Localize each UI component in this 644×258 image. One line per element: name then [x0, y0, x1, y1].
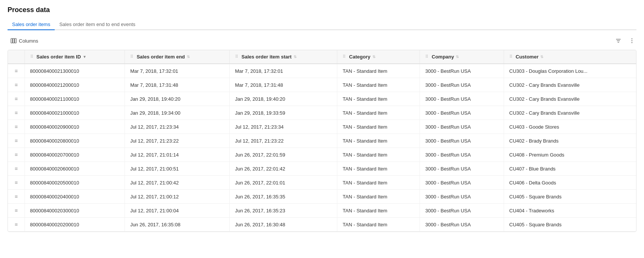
sales-order-item-end-cell: Mar 7, 2018, 17:32:01: [125, 64, 230, 78]
row-menu-cell: ≡: [8, 92, 25, 106]
page-title: Process data: [8, 6, 636, 14]
category-cell: TAN - Standard Item: [337, 148, 420, 162]
table-row: ≡800008400020600010Jul 12, 2017, 21:00:5…: [8, 162, 636, 176]
sales-order-item-id-cell: 800008400020400010: [25, 190, 125, 204]
svg-rect-2: [15, 38, 16, 43]
row-menu-cell: ≡: [8, 162, 25, 176]
col-header-company[interactable]: ⠿ Company ⇅: [420, 50, 504, 64]
row-menu-icon[interactable]: ≡: [15, 194, 18, 200]
row-menu-icon[interactable]: ≡: [15, 96, 18, 102]
columns-button[interactable]: Columns: [8, 36, 41, 45]
row-menu-cell: ≡: [8, 134, 25, 148]
customer-cell: CU407 - Blue Brands: [504, 162, 636, 176]
sales-order-item-start-cell: Jul 12, 2017, 21:23:22: [229, 134, 337, 148]
sales-order-item-start-cell: Jun 26, 2017, 16:30:48: [229, 218, 337, 232]
sales-order-item-end-cell: Jul 12, 2017, 21:00:12: [125, 190, 230, 204]
sales-order-item-id-cell: 800008400020300010: [25, 204, 125, 218]
company-cell: 3000 - BestRun USA: [420, 134, 504, 148]
row-menu-icon[interactable]: ≡: [15, 166, 18, 172]
row-menu-icon[interactable]: ≡: [15, 207, 18, 213]
company-cell: 3000 - BestRun USA: [420, 120, 504, 134]
sales-order-item-end-cell: Jul 12, 2017, 21:00:51: [125, 162, 230, 176]
sales-order-item-start-cell: Jun 26, 2017, 16:35:23: [229, 204, 337, 218]
category-cell: TAN - Standard Item: [337, 176, 420, 190]
row-menu-icon[interactable]: ≡: [15, 68, 18, 74]
sales-order-item-start-cell: Jun 26, 2017, 22:01:01: [229, 176, 337, 190]
filter-button[interactable]: [614, 36, 623, 45]
row-menu-icon[interactable]: ≡: [15, 82, 18, 88]
category-cell: TAN - Standard Item: [337, 106, 420, 120]
customer-cell: CU303 - Douglas Corporation Lou...: [504, 64, 636, 78]
company-cell: 3000 - BestRun USA: [420, 204, 504, 218]
category-cell: TAN - Standard Item: [337, 134, 420, 148]
category-cell: TAN - Standard Item: [337, 78, 420, 92]
row-menu-icon[interactable]: ≡: [15, 152, 18, 158]
drag-handle-customer: ⠿: [509, 54, 512, 59]
company-cell: 3000 - BestRun USA: [420, 64, 504, 78]
table-row: ≡800008400021300010Mar 7, 2018, 17:32:01…: [8, 64, 636, 78]
sort-icon-company: ⇅: [456, 55, 459, 59]
company-cell: 3000 - BestRun USA: [420, 106, 504, 120]
col-header-category[interactable]: ⠿ Category ⇅: [337, 50, 420, 64]
svg-point-6: [632, 38, 632, 39]
customer-cell: CU405 - Square Brands: [504, 218, 636, 232]
svg-point-7: [632, 40, 632, 41]
sales-order-item-end-cell: Jul 12, 2017, 21:01:14: [125, 148, 230, 162]
drag-handle-category: ⠿: [343, 54, 346, 59]
sales-order-item-id-cell: 800008400020200010: [25, 218, 125, 232]
customer-cell: CU404 - Tradeworks: [504, 204, 636, 218]
col-header-sales-order-item-end[interactable]: ⠿ Sales order item end ⇅: [125, 50, 230, 64]
sales-order-item-end-cell: Jan 29, 2018, 19:34:00: [125, 106, 230, 120]
sales-order-item-end-cell: Jun 26, 2017, 16:35:08: [125, 218, 230, 232]
row-menu-cell: ≡: [8, 204, 25, 218]
category-cell: TAN - Standard Item: [337, 64, 420, 78]
row-menu-cell: ≡: [8, 64, 25, 78]
sales-order-item-start-cell: Jun 26, 2017, 22:01:42: [229, 162, 337, 176]
row-menu-cell: ≡: [8, 190, 25, 204]
columns-label: Columns: [19, 38, 38, 44]
row-menu-icon[interactable]: ≡: [15, 221, 18, 227]
tab-sales-order-items[interactable]: Sales order items: [8, 19, 55, 30]
data-table: ⠿ Sales order item ID ▼ ⠿ Sales order it…: [8, 50, 636, 232]
sales-order-item-start-cell: Mar 7, 2018, 17:32:01: [229, 64, 337, 78]
category-cell: TAN - Standard Item: [337, 204, 420, 218]
row-menu-cell: ≡: [8, 120, 25, 134]
sort-icon-start: ⇅: [294, 55, 297, 59]
sort-icon-customer: ⇅: [540, 55, 543, 59]
customer-cell: CU403 - Goode Stores: [504, 120, 636, 134]
company-cell: 3000 - BestRun USA: [420, 190, 504, 204]
tab-sales-order-item-end-to-end[interactable]: Sales order item end to end events: [55, 19, 140, 30]
row-menu-icon[interactable]: ≡: [15, 110, 18, 116]
company-cell: 3000 - BestRun USA: [420, 92, 504, 106]
col-header-sales-order-item-id[interactable]: ⠿ Sales order item ID ▼: [25, 50, 125, 64]
more-options-button[interactable]: [627, 36, 636, 45]
sort-icon-end: ⇅: [187, 55, 190, 59]
row-menu-cell: ≡: [8, 218, 25, 232]
table-row: ≡800008400020900010Jul 12, 2017, 21:23:3…: [8, 120, 636, 134]
customer-cell: CU406 - Delta Goods: [504, 176, 636, 190]
row-menu-icon[interactable]: ≡: [15, 138, 18, 144]
table-row: ≡800008400020700010Jul 12, 2017, 21:01:1…: [8, 148, 636, 162]
svg-rect-0: [11, 38, 12, 43]
row-menu-icon[interactable]: ≡: [15, 124, 18, 130]
col-header-customer[interactable]: ⠿ Customer ⇅: [504, 50, 636, 64]
sales-order-item-start-cell: Jul 12, 2017, 21:23:34: [229, 120, 337, 134]
row-menu-cell: ≡: [8, 176, 25, 190]
sales-order-item-end-cell: Jul 12, 2017, 21:00:04: [125, 204, 230, 218]
category-cell: TAN - Standard Item: [337, 120, 420, 134]
table-row: ≡800008400021000010Jan 29, 2018, 19:34:0…: [8, 106, 636, 120]
columns-icon: [11, 38, 17, 44]
toolbar-right: [614, 36, 636, 45]
drag-handle-company: ⠿: [425, 54, 428, 59]
table-wrapper: ⠿ Sales order item ID ▼ ⠿ Sales order it…: [8, 50, 636, 232]
page-container: Process data Sales order items Sales ord…: [0, 0, 644, 238]
toolbar: Columns: [8, 36, 636, 45]
sales-order-item-end-cell: Jan 29, 2018, 19:40:20: [125, 92, 230, 106]
sort-icon-category: ⇅: [372, 55, 375, 59]
category-cell: TAN - Standard Item: [337, 92, 420, 106]
col-header-sales-order-item-start[interactable]: ⠿ Sales order item start ⇅: [229, 50, 337, 64]
table-body: ≡800008400021300010Mar 7, 2018, 17:32:01…: [8, 64, 636, 232]
sales-order-item-id-cell: 800008400021300010: [25, 64, 125, 78]
category-cell: TAN - Standard Item: [337, 162, 420, 176]
row-menu-icon[interactable]: ≡: [15, 180, 18, 186]
